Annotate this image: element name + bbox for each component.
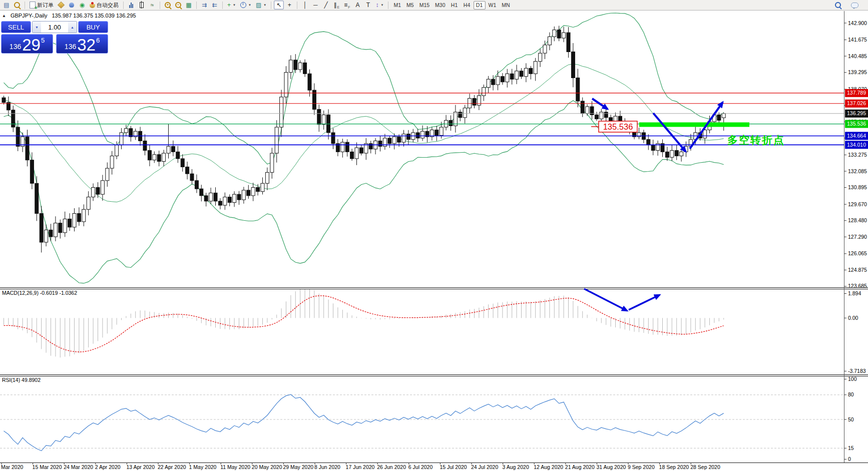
candle-body	[534, 62, 537, 74]
support-highlight-bar[interactable]	[639, 123, 749, 127]
timeframe-m30[interactable]: M30	[432, 1, 448, 10]
toolbar-separator	[271, 2, 271, 9]
candle-body	[87, 197, 90, 210]
price-axis[interactable]: 142.900141.675140.485139.295138.070136.8…	[844, 20, 867, 289]
candle-body	[402, 134, 405, 142]
macd-scale-label: 0.00	[848, 315, 858, 321]
sell-price-display[interactable]: 136 29 5	[1, 34, 53, 54]
candle-body	[82, 209, 86, 222]
timeframe-d1[interactable]: D1	[474, 1, 486, 10]
date-tick-label: 15 Jul 2020	[440, 464, 467, 470]
toolbar-separator	[160, 2, 160, 9]
candle-body	[120, 133, 123, 145]
periods-button[interactable]: ▼	[238, 1, 253, 10]
templates-button[interactable]: ▨▼	[254, 1, 268, 10]
candle-body	[359, 148, 363, 153]
candle-body	[40, 213, 43, 242]
timeframe-h1[interactable]: H1	[449, 1, 461, 10]
date-axis[interactable]: Mar 202015 Mar 202024 Mar 20202 Apr 2020…	[1, 462, 720, 470]
auto-scroll-button[interactable]: ⇉	[199, 1, 209, 10]
timeframe-m5[interactable]: M5	[404, 1, 416, 10]
new-order-button[interactable]: 新订单	[28, 1, 56, 10]
candle-body	[214, 193, 217, 201]
signals-button[interactable]: ◉	[77, 1, 87, 10]
rsi-line	[4, 394, 724, 450]
timeframe-w1[interactable]: W1	[486, 1, 499, 10]
line-chart-button[interactable]: ≈	[147, 1, 157, 10]
arrows-tool-icon: ↕	[376, 2, 379, 8]
cursor-button[interactable]: ↖	[274, 1, 284, 10]
bar-chart-icon	[129, 2, 133, 8]
timeframe-mn[interactable]: MN	[499, 1, 512, 10]
toolbar-separator	[196, 2, 197, 9]
candle-body	[167, 146, 170, 153]
chart-collapse-icon[interactable]: ▲	[2, 14, 6, 18]
date-tick-label: 6 Jul 2020	[408, 464, 433, 470]
candlestick-series[interactable]	[2, 26, 725, 252]
candle-body	[501, 77, 504, 82]
sell-button[interactable]: SELL	[1, 21, 31, 33]
candle-body	[459, 112, 462, 118]
candle-body	[548, 37, 551, 45]
zoom-in-icon	[165, 2, 171, 8]
candle-body	[576, 78, 580, 101]
sell-price-point: 5	[41, 37, 45, 44]
candle-body	[717, 115, 721, 120]
data-window-button[interactable]	[12, 1, 22, 10]
candle-body	[651, 145, 655, 151]
candle-body	[473, 99, 476, 106]
buy-button[interactable]: BUY	[78, 21, 108, 33]
zoom-out-button[interactable]	[173, 1, 183, 10]
indicators-button[interactable]: +▼	[225, 1, 238, 10]
tile-windows-button[interactable]: ▦	[184, 1, 194, 10]
macd-trend-arrow[interactable]	[629, 295, 660, 310]
date-tick-label: 29 May 2020	[283, 464, 313, 470]
macd-trend-arrow[interactable]	[584, 289, 627, 311]
buy-price-display[interactable]: 136 32 6	[56, 34, 108, 54]
arrows-tool-button[interactable]: ↕▼	[374, 1, 386, 10]
autotrading-button[interactable]: 自动交易	[88, 1, 121, 10]
chat-button[interactable]	[849, 1, 860, 10]
timeframe-h4[interactable]: H4	[461, 1, 473, 10]
volume-input[interactable]	[41, 22, 68, 33]
timeframe-m1[interactable]: M1	[391, 1, 403, 10]
caret-down-icon: ▼	[233, 4, 236, 7]
candle-body	[209, 193, 213, 201]
search-button[interactable]	[833, 1, 843, 10]
volume-decrease-button[interactable]: ▼	[33, 22, 41, 33]
horizontal-line-button[interactable]: ─	[310, 1, 320, 10]
timeframe-m15[interactable]: M15	[417, 1, 432, 10]
chart-shift-button[interactable]: ⇇	[210, 1, 220, 10]
candlestick-chart-button[interactable]	[137, 1, 147, 10]
toolbar-separator	[25, 2, 25, 9]
vertical-line-button[interactable]: │	[300, 1, 310, 10]
date-tick-label: 3 Aug 2020	[503, 464, 529, 470]
market-watch-button[interactable]: ▤	[2, 1, 12, 10]
candle-body	[600, 112, 603, 119]
zoom-in-button[interactable]	[163, 1, 173, 10]
community-button[interactable]	[67, 1, 77, 10]
candle-body	[181, 159, 184, 167]
crosshair-button[interactable]: +	[284, 1, 294, 10]
trend-arrow[interactable]	[592, 99, 608, 109]
volume-increase-button[interactable]: ▲	[68, 22, 77, 33]
candle-body	[665, 152, 669, 157]
trendline-button[interactable]: ╱	[321, 1, 331, 10]
macd-pane[interactable]	[4, 288, 724, 357]
date-tick-label: 2 Apr 2020	[95, 464, 121, 470]
candle-body	[406, 134, 410, 140]
candle-body	[26, 137, 29, 160]
fibonacci-button[interactable]: ≡F	[342, 1, 352, 10]
buy-price-pips: 32	[77, 38, 96, 52]
price-badge-label: 137.026	[847, 100, 866, 106]
candle-body	[435, 130, 439, 136]
metaeditor-button[interactable]	[56, 1, 66, 10]
chart-symbol-period: GBPJPY-,Daily	[11, 13, 48, 19]
text-button[interactable]: A	[353, 1, 363, 10]
text-label-button[interactable]: T	[363, 1, 373, 10]
chart-svg[interactable]: 142.900141.675140.485139.295138.070136.8…	[0, 0, 868, 471]
rsi-pane[interactable]	[0, 394, 844, 450]
candle-body	[101, 181, 104, 194]
bar-chart-button[interactable]	[126, 1, 136, 10]
equidistant-channel-button[interactable]: ∥E	[331, 1, 341, 10]
